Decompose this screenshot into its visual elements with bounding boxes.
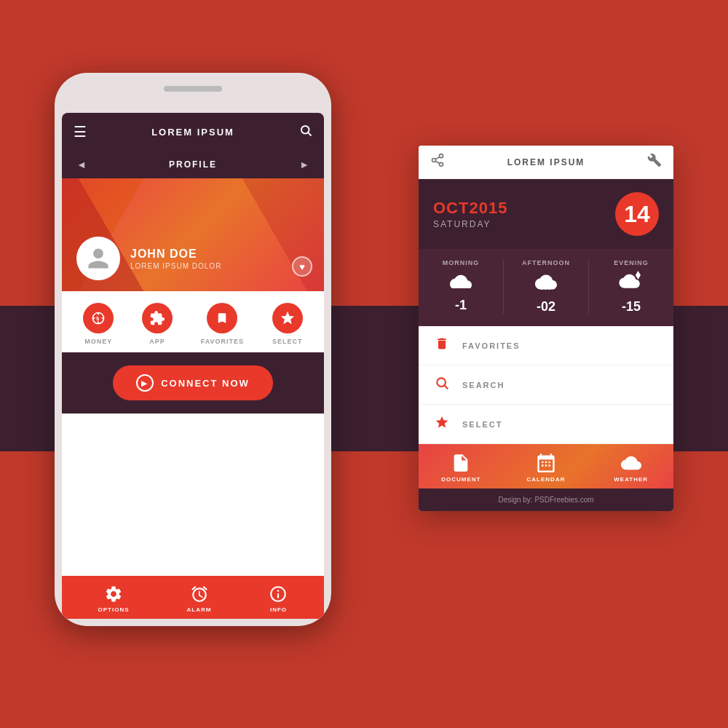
phone-screen: ☰ LOREM IPSUM ◄ PROFILE ►: [62, 113, 324, 619]
svg-point-3: [440, 154, 443, 158]
afternoon-weather-icon: [535, 271, 557, 295]
phone-bottom-nav: OPTIONS ALARM INFO: [62, 576, 324, 619]
profile-nav-title: PROFILE: [169, 159, 217, 170]
weather-evening: EVENING -15: [588, 259, 673, 314]
connect-now-button[interactable]: ▶ CONNECT NOW: [113, 365, 273, 400]
money-label: MONEY: [84, 338, 112, 345]
search-icon[interactable]: [299, 124, 312, 141]
favorites-list-label: FAVORITES: [462, 341, 521, 350]
credit-text: Design by: PSDFreebies.com: [498, 496, 593, 504]
search-list-label: SEARCH: [462, 381, 505, 389]
select-icon-circle: [272, 303, 303, 333]
svg-line-7: [435, 157, 440, 159]
wrench-icon[interactable]: [647, 153, 662, 171]
evening-label: EVENING: [614, 259, 649, 266]
evening-temp: -15: [622, 299, 641, 314]
nav-left-arrow[interactable]: ◄: [76, 159, 87, 170]
svg-point-4: [432, 159, 436, 162]
connect-btn-label: CONNECT NOW: [161, 378, 250, 389]
app-nav-document[interactable]: DOCUMENT: [419, 453, 504, 483]
date-number: 14: [615, 192, 659, 236]
nav-options[interactable]: OPTIONS: [98, 585, 130, 613]
month-year: OCT2015: [433, 199, 507, 218]
alarm-label: ALARM: [187, 606, 212, 613]
menu-item-favorites[interactable]: FAVORITES: [201, 303, 244, 345]
menu-item-money[interactable]: $ MONEY: [83, 303, 114, 345]
weather-afternoon: AFTERNOON -02: [503, 259, 588, 314]
phone-mockup: ☰ LOREM IPSUM ◄ PROFILE ►: [55, 73, 331, 626]
evening-weather-icon: [619, 271, 644, 295]
svg-text:$: $: [96, 315, 100, 322]
svg-point-11: [437, 378, 446, 387]
weather-nav-label: WEATHER: [614, 476, 648, 483]
date-info: OCT2015 SATURDAY: [433, 199, 507, 229]
heart-badge[interactable]: ♥: [292, 256, 312, 277]
play-icon: ▶: [136, 374, 154, 392]
afternoon-label: AFTERNOON: [522, 259, 570, 266]
menu-item-app[interactable]: APP: [142, 303, 173, 345]
profile-text: JOHN DOE LOREM IPSUM DOLOR: [130, 248, 221, 270]
app-nav-weather[interactable]: WEATHER: [588, 453, 673, 483]
document-nav-label: DOCUMENT: [441, 476, 480, 483]
app-bottom-nav: DOCUMENT CALENDAR WEATHER: [419, 444, 673, 488]
app-nav-calendar[interactable]: CALENDAR: [504, 453, 589, 483]
credit-footer: Design by: PSDFreebies.com: [419, 488, 673, 511]
options-label: OPTIONS: [98, 606, 130, 613]
calendar-nav-label: CALENDAR: [527, 476, 566, 483]
profile-nav: ◄ PROFILE ►: [62, 151, 324, 178]
select-list-label: SELECT: [462, 420, 502, 429]
search-list-icon: [433, 376, 451, 394]
nav-right-arrow[interactable]: ►: [299, 159, 309, 170]
menu-icons-section: $ MONEY APP: [62, 291, 324, 352]
weather-section: MORNING -1 AFTERNOON -02 EV: [419, 249, 673, 326]
select-label: SELECT: [272, 338, 303, 345]
morning-label: MORNING: [443, 259, 480, 266]
weather-morning: MORNING -1: [419, 259, 503, 314]
nav-alarm[interactable]: ALARM: [187, 585, 212, 613]
app-icon-circle: [142, 303, 173, 333]
phone-app-title: LOREM IPSUM: [151, 127, 234, 138]
phone-body: ☰ LOREM IPSUM ◄ PROFILE ►: [55, 73, 331, 626]
morning-weather-icon: [450, 271, 472, 293]
app-menu-list: FAVORITES SEARCH SELECT: [419, 326, 673, 444]
profile-subtitle: LOREM IPSUM DOLOR: [130, 262, 221, 270]
phone-speaker: [164, 86, 222, 92]
app-topbar: LOREM IPSUM: [419, 146, 673, 179]
trash-icon: [433, 336, 451, 355]
phone-topbar: ☰ LOREM IPSUM: [62, 113, 324, 151]
list-item-select[interactable]: SELECT: [419, 405, 673, 444]
afternoon-temp: -02: [537, 299, 555, 314]
favorites-icon-circle: [207, 303, 237, 333]
avatar: [76, 237, 120, 280]
morning-temp: -1: [455, 298, 467, 313]
date-section: OCT2015 SATURDAY 14: [419, 179, 673, 249]
money-icon-circle: $: [83, 303, 114, 333]
hamburger-icon[interactable]: ☰: [74, 124, 87, 139]
menu-item-select[interactable]: SELECT: [272, 303, 303, 345]
list-item-favorites[interactable]: FAVORITES: [419, 326, 673, 365]
svg-point-5: [440, 162, 443, 166]
day-name: SATURDAY: [433, 219, 507, 229]
share-icon[interactable]: [430, 153, 445, 171]
app-title: LOREM IPSUM: [507, 157, 585, 167]
connect-section: ▶ CONNECT NOW: [62, 352, 324, 414]
profile-info: JOHN DOE LOREM IPSUM DOLOR: [76, 237, 221, 280]
svg-point-0: [301, 126, 309, 134]
svg-line-12: [445, 386, 448, 389]
list-item-search[interactable]: SEARCH: [419, 365, 673, 405]
nav-info[interactable]: INFO: [269, 585, 288, 613]
svg-line-1: [308, 132, 311, 135]
svg-line-6: [435, 161, 440, 163]
favorites-label: FAVORITES: [201, 338, 244, 345]
app-panel: LOREM IPSUM OCT2015 SATURDAY 14 MORNING …: [419, 146, 673, 511]
profile-hero: JOHN DOE LOREM IPSUM DOLOR ♥: [62, 178, 324, 291]
app-label: APP: [149, 338, 165, 345]
profile-name: JOHN DOE: [130, 248, 221, 261]
star-list-icon: [433, 415, 451, 433]
info-label: INFO: [270, 606, 287, 613]
